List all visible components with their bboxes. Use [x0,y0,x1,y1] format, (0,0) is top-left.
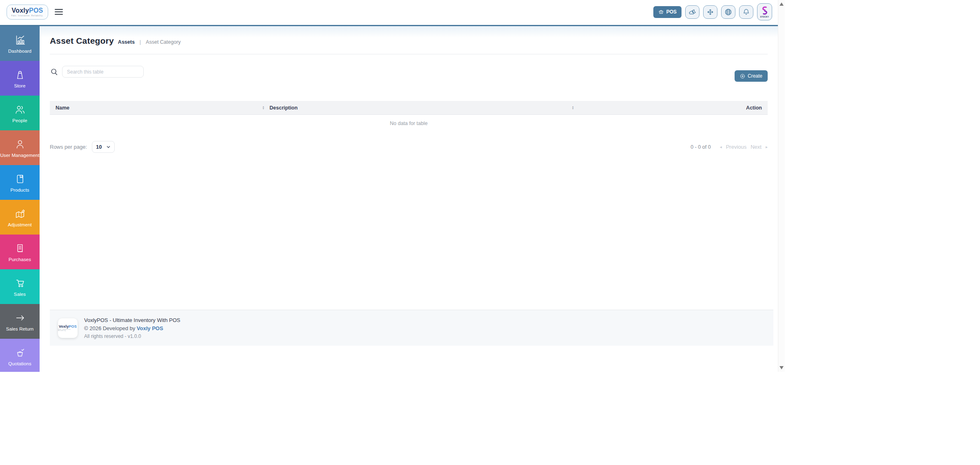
sidebar-nav: Dashboard Store People [0,26,40,372]
sidebar-item-people[interactable]: People [0,96,40,130]
sidebar-item-dashboard[interactable]: Dashboard [0,26,40,61]
sort-icon-name[interactable]: ▲▼ [262,106,265,110]
language-button[interactable] [721,5,735,19]
footer-text: VoxlyPOS - Ultimate Inventory With POS ©… [84,317,180,339]
column-header-name[interactable]: Name [56,105,69,111]
cloud-moon-icon [688,8,697,16]
basket-check-icon [14,347,26,359]
sidebar-item-user-management[interactable]: User Management [0,130,40,165]
user-icon [14,138,26,150]
table-toolbar: Create [50,66,768,82]
stocky-logo-icon [760,6,769,16]
breadcrumb-parent[interactable]: Assets [118,39,135,45]
sort-icon-description[interactable]: ▲▼ [572,106,574,110]
arrow-right-icon [14,312,26,324]
globe-icon [724,8,733,16]
sidebar-label-sales-return: Sales Return [6,326,34,331]
next-arrow-icon[interactable]: ▸ [766,145,768,149]
pagination-range: 0 - 0 of 0 [690,144,710,150]
footer-logo-brand-primary: Voxly [59,324,69,329]
sidebar-label-sales: Sales [14,292,26,297]
book-icon [14,173,26,185]
table-empty-message: No data for table [50,115,768,130]
footer-line1: VoxlyPOS - Ultimate Inventory With POS [84,317,180,323]
sidebar-label-people: People [12,118,27,123]
pos-button-label: POS [666,9,677,15]
pagination-bar: Rows per page: 10 0 - 0 of 0 ◂ Previous … [50,141,768,153]
cart-icon [14,277,26,289]
column-header-description[interactable]: Description [270,105,298,111]
shopping-bag-icon [14,69,26,81]
theme-toggle-button[interactable] [685,5,699,19]
app-viewport: VoxlyPOS Fast. Innovative. Reliability. … [0,0,785,372]
logo-brand-secondary: POS [29,7,43,14]
bar-chart-icon [14,34,26,46]
footer-developer-link[interactable]: Voxly POS [137,325,163,331]
user-avatar-button[interactable]: STOCKY [757,3,772,20]
sidebar-label-store: Store [14,83,26,88]
sidebar-item-adjustment[interactable]: Adjustment [0,200,40,235]
header-divider [50,54,768,54]
fullscreen-button[interactable] [703,5,717,19]
sidebar-item-store[interactable]: Store [0,61,40,96]
rows-per-page-label: Rows per page: [50,144,87,150]
breadcrumb-separator: | [140,39,141,45]
fullscreen-icon [706,8,715,16]
breadcrumb-current: Asset Category [146,39,180,45]
search-icon [50,67,59,76]
page-header: Asset Category Assets | Asset Category [50,26,768,46]
table-header-row: Name ▲▼ Description ▲▼ Action [50,101,768,115]
sidebar-label-products: Products [10,188,29,192]
scroll-down-icon[interactable] [780,366,784,369]
topbar: VoxlyPOS Fast. Innovative. Reliability. … [0,0,778,26]
sidebar-item-sales[interactable]: Sales [0,269,40,304]
rows-per-page-value: 10 [96,144,102,150]
chevron-down-icon [106,145,111,149]
sidebar-item-products[interactable]: Products [0,165,40,200]
sidebar-toggle-button[interactable] [55,9,63,15]
sidebar-item-quotations[interactable]: Quotations [0,339,40,372]
logo-tagline: Fast. Innovative. Reliability. [11,15,44,17]
bell-icon [742,8,751,16]
logo-brand-primary: Voxly [12,7,29,14]
sidebar-label-dashboard: Dashboard [8,49,31,54]
app-logo-text: VoxlyPOS [12,7,43,14]
pos-button[interactable]: POS [653,6,682,18]
previous-button[interactable]: Previous [726,144,747,150]
footer-line3: All rights reserved - v1.0.0 [84,333,180,339]
pagination-controls: 0 - 0 of 0 ◂ Previous Next ▸ [690,144,768,150]
map-pencil-icon [14,208,26,220]
column-header-action: Action [746,105,762,111]
page-scrollbar[interactable] [778,0,785,372]
create-button-label: Create [748,73,762,79]
footer-line2-prefix: © 2026 Developed by [84,325,137,331]
people-group-icon [14,103,26,116]
rows-per-page-select[interactable]: 10 [92,141,115,153]
sidebar-item-purchases[interactable]: Purchases [0,235,40,269]
search-input[interactable] [62,66,144,78]
receipt-icon [14,242,26,255]
notifications-button[interactable] [739,5,753,19]
sidebar-item-sales-return[interactable]: Sales Return [0,304,40,339]
topbar-actions: POS [653,3,772,20]
scroll-up-icon[interactable] [780,2,784,6]
footer-logo-tagline: Fast. Innovative. Reliability. [58,329,78,331]
avatar-label: STOCKY [760,16,769,18]
sidebar-label-user-management: User Management [0,153,39,158]
footer-logo-brand-secondary: POS [69,324,77,329]
app-logo[interactable]: VoxlyPOS Fast. Innovative. Reliability. [7,4,48,20]
sidebar-label-quotations: Quotations [8,361,31,366]
footer: VoxlyPOS Fast. Innovative. Reliability. … [50,310,773,346]
previous-arrow-icon[interactable]: ◂ [720,145,722,149]
footer-line2: © 2026 Developed by Voxly POS [84,325,180,331]
footer-logo-text: VoxlyPOS [59,325,77,329]
page-title: Asset Category [50,36,114,46]
sidebar-label-adjustment: Adjustment [8,222,32,227]
sidebar-label-purchases: Purchases [9,257,31,262]
page-nav: ◂ Previous Next ▸ [720,144,768,150]
footer-logo: VoxlyPOS Fast. Innovative. Reliability. [58,318,78,338]
plus-circle-icon [740,74,745,79]
data-table: Name ▲▼ Description ▲▼ Action No data fo… [50,101,768,130]
create-button[interactable]: Create [735,70,768,82]
next-button[interactable]: Next [751,144,762,150]
